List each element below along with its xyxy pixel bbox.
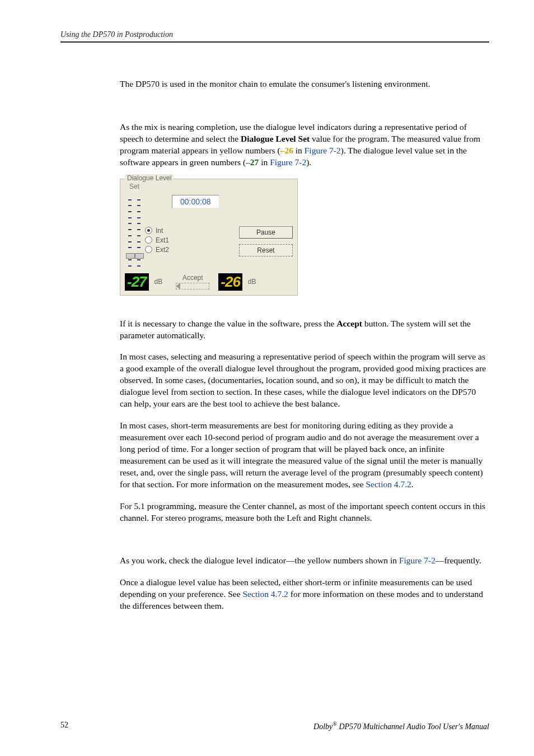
- text: DP570 Multichannel Audio Tool User's Man…: [337, 722, 489, 731]
- radio-ext1[interactable]: Ext1: [145, 236, 169, 244]
- level-meter[interactable]: [128, 199, 132, 267]
- figure-dialogue-level: Dialogue Level Set 00:00:08: [120, 179, 298, 296]
- paragraph-intro: The DP570 is used in the monitor chain t…: [120, 78, 489, 90]
- text: As you work, check the dialogue level in…: [120, 556, 399, 565]
- db-label: dB: [154, 278, 163, 286]
- paragraph-once-selected: Once a dialogue level value has been sel…: [120, 577, 489, 612]
- level-meter[interactable]: [137, 199, 140, 267]
- book-title: Dolby® DP570 Multichannel Audio Tool Use…: [313, 721, 489, 731]
- section-ref: Section 4.7.2: [366, 479, 411, 489]
- slider-handle[interactable]: [135, 253, 144, 259]
- radio-label: Ext1: [156, 236, 169, 244]
- registered-icon: ®: [332, 721, 337, 727]
- measured-value-display: -26: [218, 273, 242, 291]
- level-meters: [125, 192, 142, 270]
- text: in: [259, 157, 270, 167]
- figure-ref: Figure 7-2: [305, 146, 341, 155]
- term-dialogue-level-set: Dialogue Level Set: [241, 134, 310, 143]
- radio-ext2[interactable]: Ext2: [145, 246, 169, 254]
- figure-ref: Figure 7-2: [270, 157, 306, 167]
- running-head: Using the DP570 in Postproduction: [60, 30, 489, 43]
- groupbox-title: Dialogue Level: [125, 174, 174, 182]
- reset-button[interactable]: Reset: [239, 244, 293, 256]
- slider-handle[interactable]: [126, 253, 135, 259]
- paragraph-accept: If it is necessary to change the value i…: [120, 318, 489, 342]
- radio-icon: [145, 227, 152, 234]
- figure-ref: Figure 7-2: [399, 556, 435, 565]
- paragraph-representative: In most cases, selecting and measuring a…: [120, 351, 489, 410]
- text: .: [411, 479, 414, 489]
- db-label: dB: [248, 278, 256, 286]
- source-radio-group: Int Ext1 Ext2: [145, 225, 169, 256]
- set-value-display: -27: [125, 273, 149, 291]
- timer-readout: 00:00:08: [172, 195, 219, 208]
- radio-int[interactable]: Int: [145, 227, 169, 235]
- text: Dolby: [313, 722, 332, 731]
- paragraph-check-indicator: As you work, check the dialogue level in…: [120, 555, 489, 567]
- page-footer: 52 Dolby® DP570 Multichannel Audio Tool …: [60, 721, 489, 731]
- section-ref: Section 4.7.2: [243, 589, 288, 599]
- accept-button[interactable]: Accept: [176, 274, 209, 290]
- text: In most cases, short-term measurements a…: [120, 421, 483, 489]
- value-yellow: –26: [280, 146, 293, 155]
- radio-icon: [145, 246, 152, 253]
- radio-icon: [145, 236, 152, 244]
- radio-label: Ext2: [156, 246, 169, 254]
- radio-label: Int: [156, 227, 163, 235]
- paragraph-center-channel: For 5.1 programming, measure the Center …: [120, 501, 489, 524]
- text: If it is necessary to change the value i…: [120, 319, 336, 328]
- pause-button[interactable]: Pause: [239, 226, 293, 239]
- accept-label: Accept: [182, 274, 203, 282]
- text: —frequently.: [435, 556, 481, 565]
- arrow-left-icon: [176, 283, 209, 290]
- text: ).: [306, 157, 311, 167]
- page-number: 52: [60, 721, 68, 731]
- paragraph-dialogue-level: As the mix is nearing completion, use th…: [120, 122, 489, 169]
- term-accept: Accept: [336, 319, 362, 328]
- paragraph-shortterm: In most cases, short-term measurements a…: [120, 420, 489, 491]
- value-green: –27: [246, 157, 259, 167]
- text: in: [293, 146, 305, 155]
- set-label: Set: [129, 183, 293, 190]
